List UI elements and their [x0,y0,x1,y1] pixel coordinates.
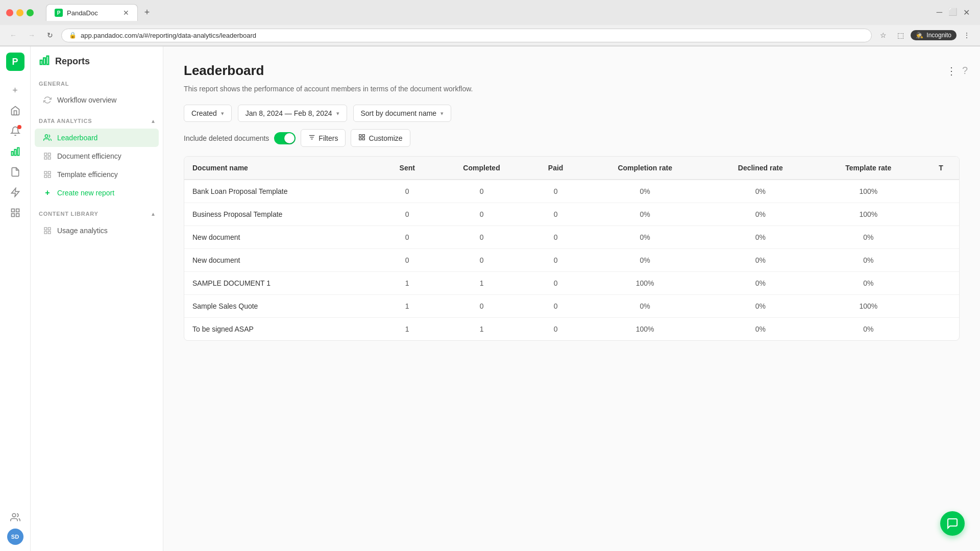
sidebar-item-create-report[interactable]: + Create new report [35,184,159,202]
created-filter-button[interactable]: Created ▾ [184,105,232,122]
table-row[interactable]: New document 0 0 0 0% 0% 0% [184,226,959,249]
table-row[interactable]: Bank Loan Proposal Template 0 0 0 0% 0% … [184,180,959,203]
data-table: Document name Sent Completed Paid Comple… [184,156,960,341]
table-row[interactable]: New document 0 0 0 0% 0% 0% [184,249,959,272]
minimize-icon[interactable]: ─ [937,8,942,17]
page-header-left: Leaderboard This report shows the perfor… [184,63,473,94]
templates-icon[interactable] [6,204,24,222]
nav-actions: ☆ ⬚ 🕵 Incognito ⋮ [876,28,974,42]
restore-icon[interactable]: ⬜ [948,8,957,17]
sort-chevron-icon: ▾ [440,110,444,117]
deleted-docs-toggle[interactable] [274,132,296,144]
maximize-window-button[interactable] [27,9,34,16]
bookmark-icon[interactable]: ☆ [876,28,890,42]
sidebar-section-general: GENERAL Workflow overview [31,77,163,109]
lightning-icon[interactable] [6,183,24,202]
documents-icon[interactable] [6,163,24,181]
sidebar-header: Reports [31,55,163,77]
close-window-button[interactable] [6,9,13,16]
filters-button[interactable]: Filters [301,129,346,147]
general-section-header[interactable]: GENERAL [31,77,163,91]
table-row[interactable]: To be signed ASAP 1 1 0 100% 0% 0% [184,318,959,341]
sidebar-item-label: Create new report [57,189,114,197]
svg-rect-24 [48,231,51,234]
content-library-section-header[interactable]: CONTENT LIBRARY ▴ [31,206,163,221]
app-logo[interactable]: P [6,53,24,71]
leaderboard-icon [43,133,52,142]
close-tab-button[interactable]: ✕ [123,9,129,17]
cell-t [923,295,959,318]
svg-rect-4 [11,209,14,212]
minimize-window-button[interactable] [16,9,23,16]
cell-completed: 1 [435,318,528,341]
col-header-completed: Completed [435,157,528,180]
cell-declined-rate: 0% [707,180,814,203]
table-row[interactable]: Business Proposal Template 0 0 0 0% 0% 1… [184,203,959,226]
sidebar-section-content-library: CONTENT LIBRARY ▴ Usage analytics [31,206,163,240]
svg-rect-21 [44,228,47,230]
reload-button[interactable]: ↻ [43,28,57,42]
more-options-button[interactable]: ⋮ [943,63,960,79]
date-filter-button[interactable]: Jan 8, 2024 — Feb 8, 2024 ▾ [238,105,347,122]
col-header-sent: Sent [379,157,435,180]
contacts-icon[interactable] [6,508,24,527]
cell-paid: 0 [528,180,583,203]
cell-completion-rate: 100% [583,318,706,341]
page-description: This report shows the performance of acc… [184,84,473,94]
settings-icon[interactable]: ⋮ [960,28,974,42]
table-row[interactable]: SAMPLE DOCUMENT 1 1 1 0 100% 0% 0% [184,272,959,295]
workflow-icon [43,95,52,105]
svg-point-8 [12,514,16,517]
cell-paid: 0 [528,249,583,272]
browser-tab-pandadoc[interactable]: P PandaDoc ✕ [46,4,138,21]
sidebar-item-label: Workflow overview [57,96,116,104]
cell-completed: 0 [435,295,528,318]
sidebar-item-usage-analytics[interactable]: Usage analytics [35,221,159,240]
page-title: Leaderboard [184,63,473,79]
address-bar[interactable]: 🔒 app.pandadoc.com/a/#/reporting/data-an… [61,29,872,42]
sidebar-item-template-efficiency[interactable]: Template efficiency [35,165,159,184]
table-row[interactable]: Sample Sales Quote 1 0 0 0% 0% 100% [184,295,959,318]
rail-bottom: SD [6,508,24,545]
incognito-badge[interactable]: 🕵 Incognito [911,30,957,40]
svg-rect-19 [44,175,47,178]
cell-declined-rate: 0% [707,318,814,341]
created-chevron-icon: ▾ [221,110,224,117]
sidebar-item-label: Document efficiency [57,152,121,160]
tab-title: PandaDoc [67,9,98,17]
notifications-icon[interactable] [6,122,24,140]
sort-filter-button[interactable]: Sort by document name ▾ [353,105,452,122]
cell-paid: 0 [528,272,583,295]
svg-rect-23 [44,231,47,234]
cell-template-rate: 100% [814,180,923,203]
home-icon[interactable] [6,102,24,120]
profile-icon[interactable]: ⬚ [893,28,908,42]
url-text: app.pandadoc.com/a/#/reporting/data-anal… [81,32,256,39]
svg-rect-28 [359,135,361,137]
customize-button[interactable]: Customize [351,129,410,147]
reports-icon[interactable] [6,142,24,161]
data-analytics-section-header[interactable]: DATA ANALYTICS ▴ [31,113,163,129]
favicon: P [55,9,63,17]
help-icon[interactable]: ? [962,65,968,77]
new-tab-button[interactable]: + [140,6,154,20]
cell-t [923,180,959,203]
forward-button[interactable]: → [24,28,39,42]
back-button[interactable]: ← [6,28,20,42]
user-avatar[interactable]: SD [7,529,23,545]
cell-completed: 1 [435,272,528,295]
chat-fab-button[interactable] [940,511,965,536]
sidebar-section-data-analytics: DATA ANALYTICS ▴ Leaderboard Document ef… [31,113,163,202]
svg-rect-9 [40,60,42,64]
cell-document-name: SAMPLE DOCUMENT 1 [184,272,379,295]
cell-sent: 0 [379,249,435,272]
customize-label: Customize [369,134,402,142]
sidebar-item-workflow-overview[interactable]: Workflow overview [35,91,159,109]
cell-paid: 0 [528,295,583,318]
add-icon[interactable]: + [6,81,24,99]
close-icon[interactable]: ✕ [963,8,970,17]
cell-template-rate: 0% [814,272,923,295]
cell-completed: 0 [435,249,528,272]
sidebar-item-leaderboard[interactable]: Leaderboard [35,129,159,147]
sidebar-item-document-efficiency[interactable]: Document efficiency [35,147,159,165]
